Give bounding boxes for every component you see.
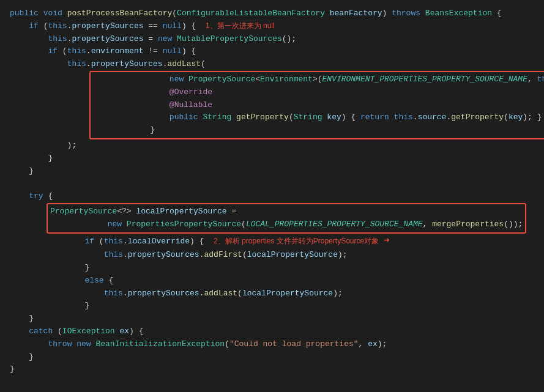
code-container: public void postProcessBeanFactory(Confi… bbox=[0, 0, 544, 392]
code-line-addfirst: this.propertySources.addFirst(localPrope… bbox=[10, 249, 534, 262]
code-line-3: this.propertySources = new MutableProper… bbox=[10, 33, 534, 46]
code-line-close5: } bbox=[10, 300, 534, 312]
code-line-1: public void postProcessBeanFactory(Confi… bbox=[10, 7, 534, 20]
code-line-else: else { bbox=[10, 275, 534, 287]
code-line-close6: } bbox=[10, 312, 534, 325]
annotation-line-2: if (this.localOverride) { 2、解析 propertie… bbox=[10, 234, 534, 250]
code-line-try: try { bbox=[10, 190, 534, 203]
code-line-catch: catch (IOException ex) { bbox=[10, 325, 534, 338]
code-line-close7: } bbox=[10, 351, 534, 364]
code-line-2: if (this.propertySources == null) { 1、第一… bbox=[10, 20, 534, 33]
red-box-2: PropertySource<?> localPropertySource = … bbox=[47, 203, 526, 234]
code-line-close2: } bbox=[10, 152, 534, 165]
code-line-close3: } bbox=[10, 165, 534, 178]
code-line-close4: } bbox=[10, 262, 534, 275]
code-line-throw: throw new BeanInitializationException("C… bbox=[10, 338, 534, 351]
code-line-4: if (this.environment != null) { bbox=[10, 45, 534, 58]
annotation-line-3: 3、替换${...}中的值 记住这里 new 的 PropertySources… bbox=[10, 389, 534, 392]
code-line-close8: } bbox=[10, 363, 534, 376]
code-line-close1: ); bbox=[10, 139, 534, 152]
code-line-addlast: this.propertySources.addLast(localProper… bbox=[10, 287, 534, 300]
red-box-1: new PropertySource<Environment>(ENVIRONM… bbox=[89, 71, 544, 139]
code-line-5: this.propertySources.addLast( bbox=[10, 58, 534, 71]
